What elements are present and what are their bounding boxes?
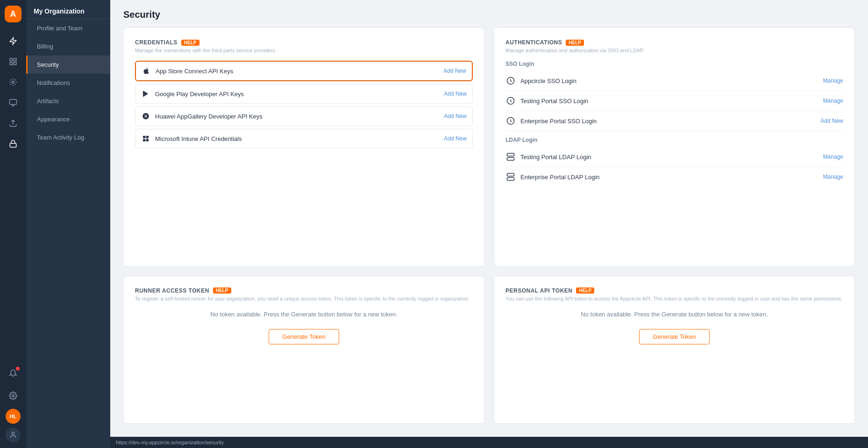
icon-sidebar: A HL bbox=[0, 0, 26, 448]
content-area: CREDENTIALS HELP Manage the connections … bbox=[110, 28, 868, 437]
svg-rect-2 bbox=[14, 58, 16, 61]
credentials-subtitle: Manage the connections with the third-pa… bbox=[135, 48, 473, 53]
runner-generate-token-button[interactable]: Generate Token bbox=[269, 329, 339, 344]
runner-no-token-text: No token available. Press the Generate b… bbox=[135, 311, 473, 318]
cred-row-huawei[interactable]: Huawei AppGallery Developer API Keys Add… bbox=[135, 106, 473, 126]
profile-icon[interactable] bbox=[6, 427, 21, 442]
personal-no-token-text: No token available. Press the Generate b… bbox=[505, 311, 843, 318]
personal-token-title: PERSONAL API TOKEN bbox=[505, 287, 572, 294]
auth-label-testing-ldap: Testing Portal LDAP Login bbox=[520, 154, 591, 161]
cred-row-left-appstore: App Store Connect API Keys bbox=[142, 66, 233, 76]
google-play-icon bbox=[141, 89, 150, 98]
cred-label-huawei: Huawei AppGallery Developer API Keys bbox=[155, 113, 263, 120]
credentials-help-badge[interactable]: HELP bbox=[181, 40, 199, 46]
auth-help-badge[interactable]: HELP bbox=[566, 40, 584, 46]
svg-rect-16 bbox=[507, 154, 514, 156]
nav-item-billing[interactable]: Billing bbox=[26, 37, 110, 56]
svg-rect-20 bbox=[507, 174, 514, 176]
auth-title: AUTHENTICATIONS bbox=[505, 39, 562, 46]
nav-item-team-activity[interactable]: Team Activity Log bbox=[26, 128, 110, 147]
microsoft-icon bbox=[141, 134, 150, 143]
personal-token-subtitle: You can use the following API token to a… bbox=[505, 296, 843, 301]
manage-enterprise-ldap[interactable]: Manage bbox=[823, 174, 843, 180]
auth-row-left-appcircle-sso: Appcircle SSO Login bbox=[505, 76, 576, 86]
svg-rect-3 bbox=[14, 63, 16, 65]
runner-help-badge[interactable]: HELP bbox=[213, 287, 231, 294]
auth-row-enterprise-ldap: Enterprise Portal LDAP Login Manage bbox=[505, 167, 843, 187]
status-bar-url: https://dev-my.appcircle.io/organization… bbox=[116, 440, 224, 445]
svg-rect-17 bbox=[507, 158, 514, 161]
auth-row-left-testing-ldap: Testing Portal LDAP Login bbox=[505, 152, 591, 162]
nav-item-notifications[interactable]: Notifications bbox=[26, 74, 110, 92]
auth-row-testing-sso: Testing Portal SSO Login Manage bbox=[505, 91, 843, 111]
cred-row-left-msintune: Microsoft Intune API Credentials bbox=[141, 134, 242, 143]
nav-section-title: My Organization bbox=[26, 0, 110, 19]
svg-point-12 bbox=[12, 432, 14, 434]
apple-icon bbox=[142, 66, 151, 76]
auth-row-left-enterprise-ldap: Enterprise Portal LDAP Login bbox=[505, 172, 600, 182]
cred-row-left-google: Google Play Developer API Keys bbox=[141, 89, 244, 98]
auth-row-left-testing-sso: Testing Portal SSO Login bbox=[505, 96, 588, 106]
page-header: Security bbox=[110, 0, 868, 28]
cred-row-appstore[interactable]: App Store Connect API Keys Add New bbox=[135, 61, 473, 81]
authentications-card: AUTHENTICATIONS HELP Manage authenticati… bbox=[494, 28, 855, 266]
manage-testing-ldap[interactable]: Manage bbox=[823, 154, 843, 160]
huawei-icon bbox=[141, 112, 150, 121]
add-new-huawei[interactable]: Add New bbox=[444, 113, 467, 119]
svg-marker-0 bbox=[10, 38, 16, 45]
personal-generate-token-button[interactable]: Generate Token bbox=[639, 329, 709, 344]
lock-icon[interactable] bbox=[4, 134, 22, 153]
svg-point-11 bbox=[12, 395, 14, 397]
runner-title-row: RUNNER ACCESS TOKEN HELP bbox=[135, 287, 473, 294]
left-nav: My Organization Profile and Team Billing… bbox=[26, 0, 110, 448]
auth-row-left-enterprise-sso: Enterprise Portal SSO Login bbox=[505, 116, 597, 126]
publish-icon[interactable] bbox=[4, 114, 22, 133]
build-icon[interactable] bbox=[4, 32, 22, 50]
status-bar: https://dev-my.appcircle.io/organization… bbox=[110, 437, 868, 448]
notification-icon[interactable] bbox=[4, 364, 22, 383]
ldap-section-label: LDAP Login bbox=[505, 137, 843, 143]
auth-label-enterprise-sso: Enterprise Portal SSO Login bbox=[520, 118, 597, 125]
add-new-google[interactable]: Add New bbox=[444, 91, 467, 97]
credentials-card: CREDENTIALS HELP Manage the connections … bbox=[123, 28, 484, 266]
main-content: Security CREDENTIALS HELP Manage the con… bbox=[110, 0, 868, 448]
add-new-enterprise-sso[interactable]: Add New bbox=[820, 118, 843, 124]
cred-row-google[interactable]: Google Play Developer API Keys Add New bbox=[135, 84, 473, 104]
add-new-msintune[interactable]: Add New bbox=[444, 135, 467, 142]
cred-label-msintune: Microsoft Intune API Credentials bbox=[155, 135, 242, 142]
personal-token-card: PERSONAL API TOKEN HELP You can use the … bbox=[494, 276, 855, 424]
sso-section-label: SSO Login bbox=[505, 61, 843, 67]
svg-point-5 bbox=[12, 81, 14, 84]
integration-icon[interactable] bbox=[4, 73, 22, 91]
nav-item-artifacts[interactable]: Artifacts bbox=[26, 92, 110, 110]
personal-help-badge[interactable]: HELP bbox=[576, 287, 594, 294]
auth-row-testing-ldap: Testing Portal LDAP Login Manage bbox=[505, 147, 843, 167]
page-title: Security bbox=[123, 9, 855, 20]
cred-row-msintune[interactable]: Microsoft Intune API Credentials Add New bbox=[135, 129, 473, 148]
svg-rect-6 bbox=[10, 99, 17, 105]
nav-item-security[interactable]: Security bbox=[26, 56, 110, 74]
credentials-title-row: CREDENTIALS HELP bbox=[135, 39, 473, 46]
personal-title-row: PERSONAL API TOKEN HELP bbox=[505, 287, 843, 294]
distribute-icon[interactable] bbox=[4, 93, 22, 112]
auth-label-appcircle-sso: Appcircle SSO Login bbox=[520, 77, 576, 84]
enterprise-sso-icon bbox=[505, 116, 516, 126]
cred-label-appstore: App Store Connect API Keys bbox=[156, 68, 233, 75]
auth-label-testing-sso: Testing Portal SSO Login bbox=[520, 98, 588, 105]
runner-token-card: RUNNER ACCESS TOKEN HELP To register a s… bbox=[123, 276, 484, 424]
cred-label-google: Google Play Developer API Keys bbox=[155, 91, 244, 98]
credentials-title: CREDENTIALS bbox=[135, 39, 178, 46]
user-avatar[interactable]: HL bbox=[6, 409, 21, 424]
manage-testing-sso[interactable]: Manage bbox=[823, 98, 843, 104]
auth-row-appcircle-sso: Appcircle SSO Login Manage bbox=[505, 71, 843, 91]
auth-label-enterprise-ldap: Enterprise Portal LDAP Login bbox=[520, 174, 600, 181]
nav-item-appearance[interactable]: Appearance bbox=[26, 110, 110, 128]
add-new-appstore[interactable]: Add New bbox=[443, 68, 466, 74]
app-logo[interactable]: A bbox=[5, 6, 21, 22]
dashboard-icon[interactable] bbox=[4, 52, 22, 71]
settings-icon[interactable] bbox=[4, 386, 22, 405]
nav-item-profile-team[interactable]: Profile and Team bbox=[26, 19, 110, 37]
appcircle-sso-icon bbox=[505, 76, 516, 86]
cred-row-left-huawei: Huawei AppGallery Developer API Keys bbox=[141, 112, 263, 121]
manage-appcircle-sso[interactable]: Manage bbox=[823, 77, 843, 84]
